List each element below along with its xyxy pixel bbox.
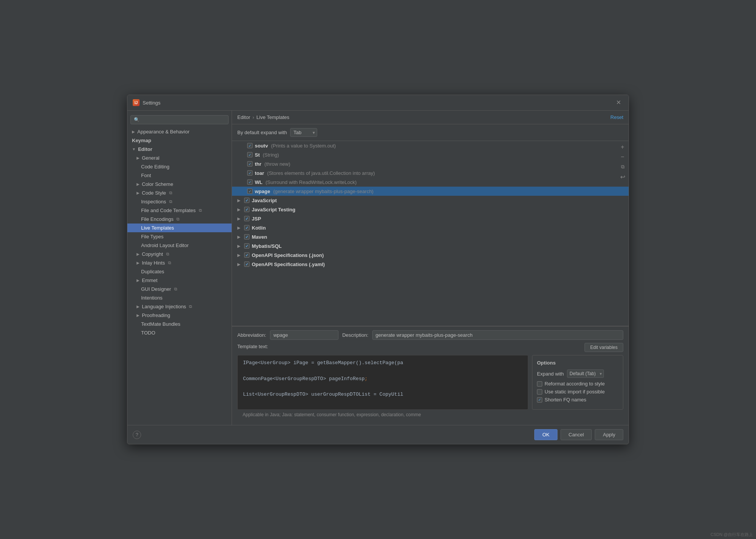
expand-select[interactable]: Tab Enter Space <box>290 128 317 137</box>
search-input[interactable] <box>130 115 229 124</box>
footer-buttons: OK Cancel Apply <box>534 429 623 440</box>
options-select-wrapper: Default (Tab) Tab Enter Space <box>567 369 604 378</box>
checkbox-st[interactable] <box>247 152 253 157</box>
sidebar-item-inlay-hints[interactable]: ▶ Inlay Hints ⧉ <box>127 258 232 267</box>
template-group-js-testing[interactable]: ▶ JavaScript Testing <box>232 205 629 214</box>
template-group-openapi-json[interactable]: ▶ OpenAPI Specifications (.json) <box>232 250 629 260</box>
checkbox-thr[interactable] <box>247 161 253 166</box>
remove-template-button[interactable]: − <box>618 152 627 162</box>
app-icon: IJ <box>133 99 140 106</box>
template-group-kotlin[interactable]: ▶ Kotlin <box>232 223 629 232</box>
apply-button[interactable]: Apply <box>595 429 623 440</box>
ok-button[interactable]: OK <box>534 429 557 440</box>
options-expand-select[interactable]: Default (Tab) Tab Enter Space <box>567 369 604 378</box>
add-template-button[interactable]: + <box>618 143 627 152</box>
sidebar-item-color-scheme[interactable]: ▶ Color Scheme <box>127 180 232 189</box>
template-item-toar[interactable]: toar (Stores elements of java.util.Colle… <box>232 168 629 178</box>
sidebar-item-code-style[interactable]: ▶ Code Style ⧉ <box>127 189 232 197</box>
checkbox-soutv[interactable] <box>247 143 253 148</box>
sidebar-item-file-encodings[interactable]: File Encodings ⧉ <box>127 215 232 224</box>
template-group-maven[interactable]: ▶ Maven <box>232 232 629 241</box>
breadcrumb-parent: Editor <box>237 114 250 120</box>
checkbox-js[interactable] <box>244 198 249 203</box>
revert-template-button[interactable]: ↩ <box>618 172 627 181</box>
code-line-3: CommonPage<UserGroupRespDTO> pageInfoRes… <box>243 375 523 383</box>
breadcrumb: Editor › Live Templates <box>237 114 289 120</box>
sidebar-item-duplicates[interactable]: Duplicates <box>127 267 232 276</box>
copy-icon: ⧉ <box>189 304 192 309</box>
expand-arrow-icon: ▶ <box>237 198 242 203</box>
sidebar-item-editor[interactable]: ▼ Editor <box>127 145 232 154</box>
sidebar-item-intentions[interactable]: Intentions <box>127 293 232 302</box>
sidebar-item-appearance[interactable]: ▶ Appearance & Behavior <box>127 127 232 136</box>
sidebar-item-todo[interactable]: TODO <box>127 328 232 337</box>
checkbox-openapi-yaml[interactable] <box>244 262 249 267</box>
expand-arrow-icon: ▶ <box>237 244 242 248</box>
template-group-javascript[interactable]: ▶ JavaScript <box>232 196 629 205</box>
sidebar-item-file-types[interactable]: File Types <box>127 232 232 241</box>
sidebar-item-textmate[interactable]: TextMate Bundles <box>127 320 232 328</box>
watermark: CSDN @自行车在路上 <box>711 532 753 537</box>
sidebar-item-font[interactable]: Font <box>127 171 232 180</box>
breadcrumb-current: Live Templates <box>256 114 289 120</box>
shorten-fq-checkbox[interactable] <box>537 397 542 403</box>
checkbox-wl[interactable] <box>247 179 253 185</box>
expand-select-wrapper: Tab Enter Space <box>290 128 317 137</box>
template-item-wpage[interactable]: wpage (generate wrapper mybaits-plus-pag… <box>232 187 629 196</box>
title-bar-left: IJ Settings <box>133 99 160 106</box>
checkbox-wpage[interactable] <box>247 189 253 194</box>
checkbox-maven[interactable] <box>244 234 249 239</box>
arrow-icon: ▶ <box>132 130 135 134</box>
checkbox-jsp[interactable] <box>244 216 249 221</box>
template-group-openapi-yaml[interactable]: ▶ OpenAPI Specifications (.yaml) <box>232 260 629 269</box>
reset-button[interactable]: Reset <box>610 114 623 120</box>
title-bar: IJ Settings ✕ <box>127 95 629 111</box>
sidebar-item-file-templates[interactable]: File and Code Templates ⧉ <box>127 206 232 215</box>
reformat-checkbox[interactable] <box>537 381 542 387</box>
template-item-thr[interactable]: thr (throw new) <box>232 159 629 168</box>
settings-dialog: IJ Settings ✕ ▶ Appearance & Behavior Ke… <box>127 95 629 444</box>
abbreviation-input[interactable] <box>270 330 338 340</box>
sidebar-item-android-layout[interactable]: Android Layout Editor <box>127 241 232 250</box>
copy-template-button[interactable]: ⧉ <box>618 162 627 171</box>
template-group-jsp[interactable]: ▶ JSP <box>232 214 629 223</box>
template-item-soutv[interactable]: soutv (Prints a value to System.out) <box>232 141 629 150</box>
applicable-text: Applicable in Java; Java: statement, con… <box>237 410 623 421</box>
sidebar-item-copyright[interactable]: ▶ Copyright ⧉ <box>127 250 232 258</box>
template-item-wl[interactable]: WL (Surround with ReadWriteLock.writeLoc… <box>232 178 629 187</box>
template-group-mybatis[interactable]: ▶ Mybatis/SQL <box>232 241 629 250</box>
copy-icon: ⧉ <box>169 199 172 204</box>
sidebar-item-proofreading[interactable]: ▶ Proofreading <box>127 311 232 320</box>
main-content: Editor › Live Templates Reset By default… <box>232 111 629 425</box>
code-line-2 <box>243 367 523 375</box>
templates-list: soutv (Prints a value to System.out) St … <box>232 141 629 326</box>
help-button[interactable]: ? <box>133 431 141 439</box>
sidebar: ▶ Appearance & Behavior Keymap ▼ Editor … <box>127 111 232 425</box>
sidebar-item-lang-injections[interactable]: ▶ Language Injections ⧉ <box>127 302 232 311</box>
cancel-button[interactable]: Cancel <box>561 429 592 440</box>
close-button[interactable]: ✕ <box>614 99 623 106</box>
reformat-row: Reformat according to style <box>537 381 618 387</box>
arrow-icon: ▶ <box>137 261 140 265</box>
template-code-editor[interactable]: IPage<UserGroup> iPage = getBaseMapper()… <box>237 355 528 410</box>
dialog-title: Settings <box>143 100 160 106</box>
description-input[interactable] <box>372 330 623 340</box>
checkbox-openapi-json[interactable] <box>244 252 249 258</box>
checkbox-js-testing[interactable] <box>244 207 249 212</box>
copy-icon: ⧉ <box>168 260 171 265</box>
checkbox-kotlin[interactable] <box>244 225 249 230</box>
edit-variables-button[interactable]: Edit variables <box>584 343 623 352</box>
checkbox-toar[interactable] <box>247 170 253 176</box>
template-item-st[interactable]: St (String) <box>232 150 629 159</box>
checkbox-mybatis[interactable] <box>244 243 249 249</box>
sidebar-item-emmet[interactable]: ▶ Emmet <box>127 276 232 285</box>
options-title: Options <box>537 360 618 366</box>
sidebar-item-keymap[interactable]: Keymap <box>127 136 232 145</box>
static-import-label: Use static import if possible <box>545 389 605 395</box>
sidebar-item-inspections[interactable]: Inspections ⧉ <box>127 197 232 206</box>
static-import-checkbox[interactable] <box>537 389 542 395</box>
sidebar-item-general[interactable]: ▶ General <box>127 154 232 162</box>
sidebar-item-code-editing[interactable]: Code Editing <box>127 162 232 171</box>
sidebar-item-live-templates[interactable]: Live Templates <box>127 224 232 232</box>
sidebar-item-gui-designer[interactable]: GUI Designer ⧉ <box>127 285 232 293</box>
